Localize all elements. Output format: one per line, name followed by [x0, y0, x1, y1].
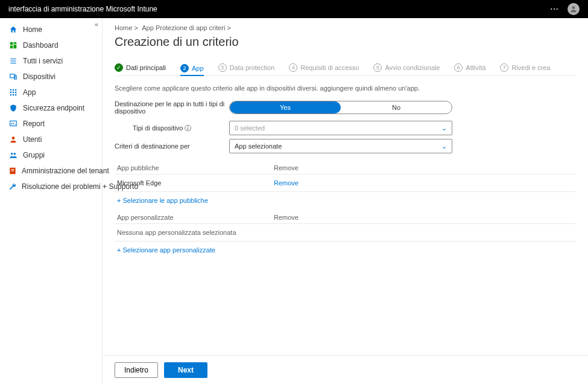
- sidebar-item-admin[interactable]: Amministrazione del tenant: [0, 163, 102, 179]
- sidebar-item-grid[interactable]: App: [0, 85, 102, 100]
- sidebar-item-label: Home: [23, 25, 42, 34]
- step-circle: 5: [373, 63, 382, 72]
- remove-link[interactable]: Remove: [274, 179, 574, 187]
- svg-rect-4: [10, 46, 13, 49]
- svg-rect-10: [10, 89, 11, 91]
- svg-rect-28: [11, 170, 14, 171]
- step-label: Avvio condizionale: [385, 64, 440, 71]
- device-types-label: Tipi di dispositivo ⓘ: [133, 124, 229, 133]
- device-types-value: 0 selected: [235, 124, 265, 132]
- add-public-apps-link[interactable]: Selezionare le app pubbliche: [115, 192, 576, 209]
- step-4[interactable]: 4Requisiti di accesso: [289, 63, 359, 72]
- svg-rect-14: [13, 92, 14, 93]
- avatar[interactable]: [567, 3, 580, 15]
- main-content: Home > App Protezione di app criteri > C…: [103, 18, 588, 384]
- breadcrumb: Home > App Protezione di app criteri >: [115, 24, 576, 31]
- target-to-label: Criteri di destinazione per: [115, 142, 229, 150]
- toggle-yes[interactable]: Yes: [230, 101, 341, 114]
- chevron-down-icon: ⌄: [441, 124, 447, 132]
- step-circle: ✓: [115, 63, 123, 72]
- step-label: Requisiti di accesso: [300, 64, 359, 71]
- report-icon: [8, 119, 18, 129]
- target-to-select[interactable]: App selezionate ⌄: [229, 139, 452, 153]
- svg-rect-17: [13, 94, 14, 95]
- target-all-label: Destinazione per le app in tutti i tipi …: [115, 100, 229, 115]
- sidebar-item-report[interactable]: Report: [0, 116, 102, 132]
- target-all-toggle[interactable]: Yes No: [229, 101, 452, 114]
- svg-point-0: [572, 6, 575, 9]
- page-title: Creazione di un criterio: [115, 35, 576, 49]
- group-icon: [8, 150, 18, 160]
- app-title: interfaccia di amministrazione Microsoft…: [8, 5, 157, 13]
- top-bar: interfaccia di amministrazione Microsoft…: [0, 0, 588, 18]
- svg-rect-13: [10, 92, 11, 93]
- sidebar-item-home[interactable]: Home: [0, 22, 102, 37]
- step-2[interactable]: 2App: [180, 64, 204, 76]
- wizard-footer: Indietro Next: [103, 355, 588, 384]
- sidebar-item-devices[interactable]: Dispositivi: [0, 69, 102, 85]
- sidebar-item-label: Sicurezza endpoint: [23, 104, 84, 112]
- step-5[interactable]: 5Avvio condizionale: [373, 63, 440, 72]
- svg-rect-12: [15, 89, 16, 91]
- public-apps-header: App pubbliche Remove: [115, 159, 576, 174]
- step-label: Data protection: [230, 64, 275, 71]
- sidebar-item-group[interactable]: Gruppi: [0, 147, 102, 163]
- grid-icon: [8, 88, 18, 97]
- step-1[interactable]: ✓Dati principali: [115, 63, 166, 72]
- wizard-stepper: ✓Dati principali2App3Data protection4Req…: [115, 63, 576, 76]
- svg-point-25: [14, 153, 16, 155]
- sidebar-item-shield[interactable]: Sicurezza endpoint: [0, 100, 102, 116]
- sidebar-item-label: Dashboard: [23, 41, 58, 50]
- dashboard-icon: [8, 40, 18, 50]
- svg-rect-2: [14, 42, 17, 44]
- step-3[interactable]: 3Data protection: [218, 63, 275, 72]
- sidebar-item-label: Dispositivi: [23, 72, 55, 81]
- svg-rect-16: [10, 94, 11, 95]
- list-icon: [8, 56, 18, 66]
- step-circle: 2: [180, 64, 189, 72]
- next-button[interactable]: Next: [164, 362, 207, 378]
- svg-rect-3: [14, 45, 17, 48]
- sidebar-item-wrench[interactable]: Risoluzione dei problemi + Supporto: [0, 179, 102, 194]
- wrench-icon: [8, 182, 17, 191]
- device-types-select[interactable]: 0 selected ⌄: [229, 121, 452, 135]
- svg-rect-11: [13, 89, 14, 91]
- more-icon[interactable]: ⋯: [550, 4, 559, 14]
- sidebar-item-user[interactable]: Utenti: [0, 132, 102, 147]
- step-circle: 7: [500, 63, 508, 72]
- svg-rect-18: [15, 94, 16, 95]
- sidebar-collapse-icon[interactable]: «: [95, 21, 98, 28]
- svg-rect-15: [15, 92, 16, 93]
- step-circle: 4: [289, 63, 297, 72]
- sidebar: « HomeDashboardTutti i serviziDispositiv…: [0, 18, 103, 384]
- sidebar-item-list[interactable]: Tutti i servizi: [0, 53, 102, 69]
- shield-icon: [8, 103, 18, 113]
- svg-rect-27: [11, 169, 14, 170]
- add-custom-apps-link[interactable]: Selezionare app personalizzate: [115, 242, 576, 258]
- devices-icon: [8, 72, 18, 82]
- breadcrumb-item[interactable]: Home >: [115, 24, 138, 31]
- table-row: Microsoft EdgeRemove: [115, 174, 576, 192]
- sidebar-item-label: Amministrazione del tenant: [22, 167, 109, 175]
- sidebar-item-label: App: [23, 88, 36, 97]
- breadcrumb-item[interactable]: App Protezione di app criteri >: [142, 24, 231, 31]
- svg-point-24: [11, 153, 13, 155]
- user-icon: [8, 135, 18, 144]
- app-name: Microsoft Edge: [117, 179, 274, 187]
- target-to-value: App selezionate: [235, 142, 282, 150]
- svg-rect-1: [10, 42, 13, 45]
- step-6[interactable]: 6Attività: [454, 63, 485, 72]
- toggle-no[interactable]: No: [341, 101, 452, 114]
- custom-apps-empty: Nessuna app personalizzata selezionata: [115, 224, 576, 242]
- step-7[interactable]: 7Rivedi e crea: [500, 63, 550, 72]
- custom-apps-header: App personalizzate Remove: [115, 209, 576, 224]
- sidebar-item-label: Tutti i servizi: [23, 57, 63, 65]
- back-button[interactable]: Indietro: [115, 362, 158, 378]
- sidebar-item-label: Gruppi: [23, 151, 45, 159]
- admin-icon: [8, 166, 17, 176]
- svg-point-23: [12, 136, 15, 139]
- sidebar-item-dashboard[interactable]: Dashboard: [0, 37, 102, 53]
- sidebar-item-label: Report: [23, 120, 45, 128]
- step-label: Attività: [466, 64, 485, 71]
- chevron-down-icon: ⌄: [441, 142, 447, 150]
